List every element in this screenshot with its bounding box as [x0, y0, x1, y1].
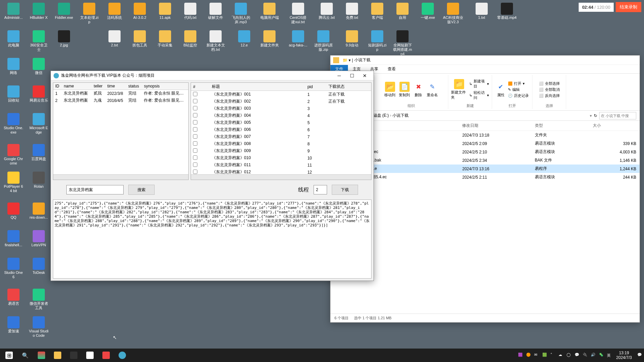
tray-icon[interactable]: ✉: [534, 353, 540, 358]
episode-row[interactable]: 《东北灵异档案》0044: [191, 112, 371, 119]
ime-indicator[interactable]: 英: [607, 353, 611, 358]
desktop-icon[interactable]: 进群源码原版.zip: [313, 30, 333, 52]
new-item-button[interactable]: ↳ 新建项目 ▾: [469, 78, 489, 89]
desktop-icon[interactable]: acg-faka-...: [288, 30, 308, 47]
new-folder-button[interactable]: 📁新建文件夹: [451, 79, 467, 100]
easy-access-button[interactable]: ↳ 轻松访问 ▾: [469, 90, 489, 101]
episode-checkbox[interactable]: [193, 127, 197, 132]
thread-count-input[interactable]: [314, 185, 327, 194]
desktop-icon[interactable]: 12.e: [234, 30, 254, 47]
open-button[interactable]: 🟧 打开 ▾: [508, 81, 529, 86]
column-header[interactable]: time: [105, 83, 126, 90]
explorer-taskbar[interactable]: [50, 349, 65, 362]
desktop-icon[interactable]: Fiddler.exe: [54, 3, 74, 20]
desktop-icon[interactable]: AC科技商业版V2.3: [443, 3, 463, 24]
select-all-button[interactable]: ⬜ 全部选择: [539, 81, 560, 86]
episode-row[interactable]: 《东北灵异档案》0022正在下载: [191, 98, 371, 105]
desktop-icon[interactable]: Visual Studio Code: [29, 316, 49, 338]
column-header[interactable]: 类型: [532, 121, 589, 131]
column-header[interactable]: ID: [53, 83, 62, 90]
desktop-icon[interactable]: 电脑用户端: [259, 3, 280, 20]
file-row[interactable]: 鱼刺类_多线程应用5.4.ec2024/2/5 2:11易语言模块244 KB: [330, 173, 640, 181]
move-to-button[interactable]: 📂移动到: [384, 82, 395, 98]
desktop-icon[interactable]: 代码.txt: [180, 3, 200, 20]
file-row[interactable]: 小说搜索批量下载.e2024/7/3 13:16易程序1,244 KB: [330, 165, 640, 173]
desktop-icon[interactable]: 网易云音乐: [29, 85, 49, 103]
file-row[interactable]: 下载2024/7/3 13:18文件夹: [330, 131, 640, 140]
tray-volume-icon[interactable]: 🔊: [591, 353, 596, 358]
properties-button[interactable]: ✔属性: [496, 82, 506, 98]
desktop-icon[interactable]: Google Chrome: [3, 144, 24, 166]
episode-checkbox[interactable]: [193, 148, 197, 153]
desktop-icon[interactable]: 2.jpg: [54, 30, 74, 47]
episode-table[interactable]: #标题pid下载状态《东北灵异档案》0011正在下载《东北灵异档案》0022正在…: [191, 82, 372, 180]
tray-icon[interactable]: 💬: [575, 353, 580, 358]
desktop-icon[interactable]: 2.txt: [104, 30, 125, 47]
episode-checkbox[interactable]: [193, 141, 197, 146]
desktop-icon[interactable]: 手动采集: [155, 30, 175, 47]
column-header[interactable]: 下载状态: [326, 83, 371, 91]
desktop-icon[interactable]: 客户端: [367, 3, 387, 20]
app-taskbar-2[interactable]: [82, 349, 98, 362]
desktop-icon[interactable]: LetsVPN: [29, 230, 49, 247]
result-row[interactable]: 2东北灵异档案九魂2016/4/5完结作者: 爱会永恒 眼见…: [53, 97, 188, 104]
file-list[interactable]: 名称修改日期类型大小 下载2024/7/3 13:18文件夹zyJson3.2.…: [330, 121, 640, 314]
desktop-icon[interactable]: finalshell...: [3, 230, 24, 247]
column-header[interactable]: status: [126, 83, 142, 90]
desktop-icon[interactable]: 网络: [3, 58, 24, 75]
rename-button[interactable]: ✎重命名: [427, 82, 438, 98]
tray-wifi-icon[interactable]: 🦠: [599, 353, 604, 358]
breadcrumb[interactable]: ← → › 此电脑 › 本地磁盘 (E:) › 小说下载 ▾ ↻: [330, 111, 640, 121]
desktop-icon[interactable]: 微信开发者工具: [29, 289, 49, 310]
desktop-icon[interactable]: 自用: [392, 3, 413, 20]
episode-checkbox[interactable]: [193, 134, 197, 139]
desktop-icon[interactable]: 文本处理.zip: [79, 3, 99, 24]
breadcrumb-item[interactable]: 小说下载: [392, 113, 409, 118]
search-taskbar-button[interactable]: 🔍: [18, 349, 33, 362]
horizontal-scrollbar[interactable]: [53, 174, 188, 180]
episode-row[interactable]: 《东北灵异档案》0066: [191, 126, 371, 133]
desktop-icon[interactable]: 1.txt: [472, 3, 492, 20]
desktop-icon[interactable]: 易语言: [3, 289, 24, 306]
episode-row[interactable]: 《东北灵异档案》0088: [191, 140, 371, 147]
file-row[interactable]: 精易模块[v11.0.5].ec2024/2/5 2:10易语言模块4,003 …: [330, 148, 640, 156]
episode-checkbox[interactable]: [193, 106, 197, 110]
select-none-button[interactable]: ⬜ 全部取消: [539, 87, 560, 93]
desktop-icon[interactable]: 全网短剧下载网搭建.mp4: [392, 30, 413, 56]
column-header[interactable]: #: [191, 83, 210, 91]
downloader-app-window[interactable]: 逸金网络全网有声书下载 VIP版本 公众号：烟雨项目 ─ ☐ ✕ IDnamet…: [51, 71, 374, 281]
log-output[interactable]: 275","play_id":"275"},{"name":"《东北灵异档案》2…: [53, 200, 372, 279]
maximize-button[interactable]: ☐: [346, 72, 358, 79]
desktop-icon[interactable]: 360安全卫士: [29, 30, 49, 52]
desktop-icon[interactable]: PotPlayer 64 bit: [3, 172, 24, 193]
taskbar[interactable]: ⊞ 🔍 🟪 🟠 ✉ 🟩 ˄ ☁ ◯ 💬 🔌 🔊 🦠 英 13:19 2024/7…: [0, 349, 644, 362]
tray-icon[interactable]: 🟠: [526, 353, 532, 358]
desktop-icon[interactable]: 回收站: [3, 85, 24, 103]
column-header[interactable]: synopsis: [142, 83, 188, 90]
episode-checkbox[interactable]: [193, 113, 197, 117]
app-taskbar-4[interactable]: [115, 349, 130, 362]
desktop-icon[interactable]: 抓包工具: [130, 30, 150, 47]
desktop-icon[interactable]: 此电脑: [3, 30, 24, 47]
minimize-button[interactable]: ─: [333, 72, 345, 79]
desktop-icon[interactable]: Microsoft Edge: [29, 113, 49, 135]
desktop-icon[interactable]: 短剧源码.zip: [367, 30, 387, 52]
edit-button[interactable]: ✎ 编辑: [508, 87, 529, 93]
desktop-icon[interactable]: 零基础.mp4: [497, 3, 517, 20]
desktop-icon[interactable]: res-down...: [29, 203, 49, 220]
tray-chevron-up-icon[interactable]: ˄: [550, 353, 556, 358]
episode-row[interactable]: 《东北灵异档案》01111: [191, 161, 371, 169]
file-row[interactable]: 小说搜索批量下载.bak2024/2/5 2:34BAK 文件1,146 KB: [330, 156, 640, 165]
desktop-icon[interactable]: 新建文本文档.txt: [205, 30, 226, 52]
episode-checkbox[interactable]: [193, 120, 197, 124]
tray-icon[interactable]: 🟩: [542, 353, 548, 358]
download-button[interactable]: 下载: [332, 185, 358, 195]
episode-row[interactable]: 《东北灵异档案》0011正在下载: [191, 91, 371, 98]
desktop-icon[interactable]: 免费.txt: [342, 3, 362, 20]
desktop-icon[interactable]: B站监控: [180, 30, 200, 47]
copy-to-button[interactable]: 📄复制到: [399, 82, 410, 98]
desktop-icon[interactable]: ToDesk: [29, 258, 49, 275]
column-header[interactable]: name: [62, 83, 92, 90]
tray-icon[interactable]: ☁: [558, 353, 564, 358]
taskbar-clock[interactable]: 13:19 2024/7/3: [613, 351, 635, 360]
